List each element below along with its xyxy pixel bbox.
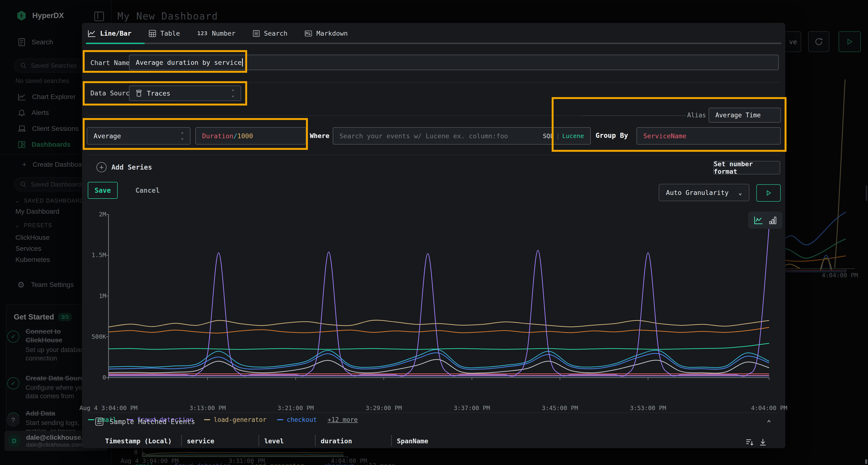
field-expression-input[interactable]: Duration/1000	[195, 127, 306, 144]
where-placeholder: Search your events w/ Lucene ex. column:…	[340, 132, 508, 140]
database-icon	[136, 90, 142, 97]
alias-label: Alias	[687, 111, 706, 119]
x-tick-label: 3:21:00 PM	[278, 404, 314, 411]
sort-icon[interactable]	[745, 438, 754, 446]
plus-circle-icon: +	[96, 162, 106, 172]
data-source-label: Data Source	[90, 89, 133, 97]
y-tick-label: 0	[82, 374, 106, 381]
column-header-service[interactable]: service	[187, 437, 214, 445]
timeseries-chart[interactable]	[105, 212, 773, 382]
select-chevrons-icon: ⌃⌄	[231, 90, 235, 97]
event-list-icon	[95, 418, 103, 426]
table-icon	[149, 30, 156, 37]
legend-item[interactable]: checkout	[277, 416, 317, 423]
granularity-select[interactable]: Auto Granularity ⌄	[659, 184, 749, 201]
x-tick-label: 4:04:00 PM	[751, 404, 787, 411]
legend-dash-icon	[204, 419, 210, 420]
series-line	[108, 360, 769, 373]
chart-name-input[interactable]: Average duration by service	[129, 55, 779, 70]
tab-line-bar[interactable]: Line/Bar	[88, 30, 131, 37]
alias-connector-line	[582, 115, 686, 116]
x-tick-label: Aug 4 3:04:00 PM	[80, 404, 138, 411]
section-divider	[88, 82, 779, 82]
column-divider	[315, 435, 316, 446]
x-tick-label: 3:45:00 PM	[542, 404, 578, 411]
legend-label: load-generator	[214, 416, 267, 423]
tab-table[interactable]: Table	[149, 30, 180, 37]
list-icon	[253, 30, 260, 37]
x-tick-label: 3:13:00 PM	[189, 404, 226, 411]
play-icon	[766, 190, 772, 196]
select-chevrons-icon: ⌃⌄	[181, 132, 184, 139]
number-123-icon: 123	[197, 30, 208, 36]
divider: |	[554, 133, 562, 139]
where-label: Where	[310, 132, 329, 139]
text-cursor	[242, 58, 243, 66]
x-tick-label: 3:37:00 PM	[454, 404, 490, 411]
column-header-spanname[interactable]: SpanName	[397, 437, 428, 445]
series-line-fraud-detection	[108, 227, 769, 376]
column-header-timestamp[interactable]: Timestamp (Local)	[105, 437, 172, 445]
y-tick-label: 1.5M	[82, 252, 106, 259]
set-number-format-button[interactable]: Set number format	[713, 161, 780, 174]
sample-events-header[interactable]: Sample Matched Events	[95, 418, 195, 426]
chart-type-tabs: Line/Bar Table 123 Number Search Markdow…	[88, 30, 348, 37]
column-divider	[391, 435, 392, 446]
markdown-icon	[305, 30, 312, 37]
y-tick-label: 500K	[82, 333, 106, 340]
legend-label: checkout	[287, 416, 317, 423]
data-source-select[interactable]: Traces ⌃⌄	[129, 86, 241, 101]
section-divider	[88, 155, 779, 156]
collapse-chevron-icon[interactable]: ⌃	[767, 419, 771, 427]
chart-display-toggle	[748, 211, 782, 229]
chevron-down-icon: ⌄	[738, 189, 742, 196]
column-header-level[interactable]: level	[264, 437, 284, 445]
column-divider	[181, 435, 182, 446]
run-chart-button[interactable]	[756, 184, 781, 202]
group-by-input[interactable]: ServiceName	[637, 127, 781, 144]
line-chart-icon	[88, 30, 96, 37]
tabs-divider	[86, 43, 781, 44]
column-divider	[258, 435, 259, 446]
chart-name-label: Chart Name	[90, 59, 130, 66]
group-by-label: Group By	[595, 132, 628, 139]
legend-dash-icon	[277, 419, 283, 420]
line-view-icon[interactable]	[754, 216, 763, 224]
tab-markdown[interactable]: Markdown	[305, 30, 348, 37]
section-divider	[88, 412, 779, 413]
aggregation-select[interactable]: Average ⌃⌄	[87, 127, 190, 144]
series-line	[108, 327, 769, 333]
app-window: HyperDX Search Saved Searches No saved s…	[0, 0, 868, 465]
cancel-button[interactable]: Cancel	[133, 182, 162, 199]
save-button[interactable]: Save	[88, 182, 118, 199]
series-line-load-generator	[108, 320, 769, 327]
legend-item[interactable]: load-generator	[204, 416, 267, 423]
section-divider	[88, 115, 584, 116]
query-language-toggle[interactable]: SQL|Lucene	[543, 133, 584, 139]
legend-more-link[interactable]: +12 more	[328, 416, 358, 423]
series-line-checkout	[108, 353, 769, 369]
x-tick-label: 3:53:00 PM	[630, 404, 666, 411]
active-tab-indicator	[86, 43, 145, 44]
alias-input[interactable]: Average Time	[709, 108, 781, 123]
download-icon[interactable]	[758, 438, 767, 446]
add-series-button[interactable]: + Add Series	[96, 162, 152, 172]
x-tick-label: 3:29:00 PM	[366, 404, 402, 411]
tab-search[interactable]: Search	[253, 30, 288, 37]
edit-chart-modal: Line/Bar Table 123 Number Search Markdow…	[82, 23, 785, 448]
where-search-input[interactable]: Search your events w/ Lucene ex. column:…	[333, 127, 591, 144]
bar-view-icon[interactable]	[769, 216, 776, 224]
y-tick-label: 2M	[82, 211, 106, 218]
y-tick-label: 1M	[82, 293, 106, 299]
legend-dash-icon	[88, 419, 94, 420]
series-line-email	[108, 343, 769, 350]
tab-number[interactable]: 123 Number	[197, 30, 235, 37]
column-header-duration[interactable]: duration	[321, 437, 352, 445]
